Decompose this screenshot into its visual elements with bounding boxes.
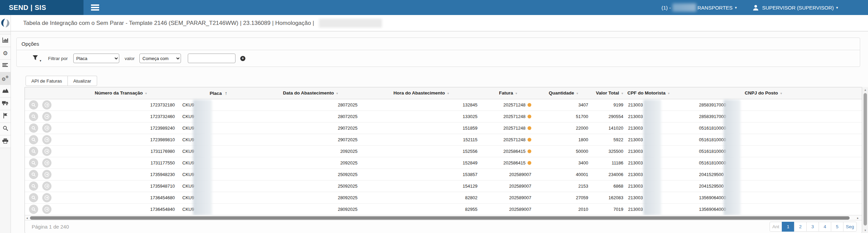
row-open-button[interactable] — [42, 147, 51, 156]
table-row[interactable]: 1731177550 CKU9 2092025 152849 202586415… — [25, 157, 862, 169]
cell-cnpj: 2041529500 — [699, 184, 724, 189]
table-row[interactable]: 1723732460 CKU9 28072025 133025 20257124… — [25, 111, 862, 122]
column-header-hora[interactable]: Hora do Abastecimento▾ — [362, 87, 481, 99]
cell-data: 2092025 — [340, 149, 357, 154]
page-title: Tabela de Integração com o Sem Parar - T… — [23, 20, 314, 27]
row-search-button[interactable] — [29, 123, 38, 133]
row-search-button[interactable] — [29, 181, 38, 191]
sidebar-item-search[interactable] — [0, 123, 11, 135]
scroll-right-icon[interactable]: ▸ — [857, 216, 859, 220]
table-row[interactable]: 1723732180 CKU9 28072025 132845 20257124… — [25, 99, 862, 111]
cell-data: 25092025 — [338, 172, 357, 177]
cell-hora: 151859 — [463, 126, 477, 131]
cell-data: 28072025 — [338, 102, 357, 107]
table-row[interactable]: 1735948230 CKU9 25092025 153857 20258900… — [25, 169, 862, 180]
horizontal-scrollbar-thumb[interactable] — [30, 216, 850, 220]
row-open-button[interactable] — [42, 135, 51, 144]
horizontal-scrollbar[interactable]: ◂ ▸ — [25, 215, 862, 220]
cell-hora: 133025 — [463, 114, 477, 119]
vertical-scrollbar-thumb[interactable] — [864, 93, 867, 225]
table-row[interactable]: 1736454680 CKU9 28092025 82802 202589007… — [25, 192, 862, 203]
row-search-button[interactable] — [29, 135, 38, 144]
add-filter-button[interactable]: + — [240, 56, 245, 61]
filter-value-input[interactable] — [188, 54, 235, 63]
fatura-status-dot — [528, 103, 531, 107]
page-button-5[interactable]: 5 — [831, 222, 843, 232]
sidebar-item-integrations[interactable]: ⚙⚙ — [0, 72, 11, 85]
scroll-left-icon[interactable]: ◂ — [26, 216, 28, 220]
sidebar-item-fleet[interactable] — [0, 98, 11, 110]
cell-data: 28072025 — [338, 114, 357, 119]
row-open-button[interactable] — [42, 123, 51, 133]
row-open-button[interactable] — [42, 205, 51, 214]
row-search-button[interactable] — [29, 147, 38, 156]
sort-caret-icon: ▾ — [336, 91, 338, 95]
cell-quantidade: 2153 — [578, 184, 588, 189]
vertical-scrollbar[interactable]: ▴ ▾ — [863, 87, 868, 233]
column-header-cnpj[interactable]: CNPJ do Posto▾ — [665, 87, 862, 99]
column-header-fatura[interactable]: Fatura▾ — [481, 87, 535, 99]
flag-icon — [3, 113, 8, 120]
cell-fatura: 202571248 — [503, 137, 526, 142]
cell-numero: 1723732180 — [150, 102, 175, 107]
cell-data: 2092025 — [340, 160, 357, 165]
column-header-numero[interactable]: Número da Transação▾ — [64, 87, 178, 99]
row-open-button[interactable] — [42, 170, 51, 179]
row-search-button[interactable] — [29, 170, 38, 179]
cell-placa: CKU9 — [182, 184, 194, 189]
filter-operator-select[interactable]: Começa com — [139, 54, 181, 63]
cell-numero: 1736454680 — [150, 195, 175, 200]
user-label: SUPERVISOR (SUPERVISOR) — [762, 5, 834, 11]
row-open-button[interactable] — [42, 112, 51, 121]
cell-cnpj: 05161810000 — [699, 126, 726, 131]
cell-valor: 7019 — [613, 207, 623, 212]
sidebar-item-charts[interactable] — [0, 34, 11, 47]
sidebar-item-settings[interactable]: ⚙ — [0, 47, 11, 60]
cell-cpf: 213003 — [628, 114, 643, 119]
user-menu[interactable]: SUPERVISOR (SUPERVISOR) ▾ — [752, 4, 838, 11]
page-button-ant[interactable]: Ant — [770, 222, 782, 232]
cell-data: 28092025 — [338, 207, 357, 212]
sidebar-item-list[interactable] — [0, 60, 11, 72]
table-row[interactable]: 1723989240 CKU9 29072025 151859 20257124… — [25, 122, 862, 134]
table-row[interactable]: 1735948710 CKU9 25092025 154129 20258900… — [25, 180, 862, 192]
row-search-button[interactable] — [29, 193, 38, 202]
table-row[interactable]: 1731176980 CKU9 2092025 152556 202586415… — [25, 145, 862, 157]
page-button-2[interactable]: 2 — [794, 222, 807, 232]
scroll-down-icon[interactable]: ▾ — [863, 229, 868, 232]
row-search-button[interactable] — [29, 100, 38, 110]
page-button-4[interactable]: 4 — [819, 222, 831, 232]
column-header-cpf[interactable]: CPF do Motorista▾ — [627, 87, 665, 99]
row-open-button[interactable] — [42, 158, 51, 168]
column-header-quantidade[interactable]: Quantidade▾ — [535, 87, 592, 99]
refresh-button[interactable]: Atualizar — [68, 76, 97, 86]
page-button-1[interactable]: 1 — [782, 222, 794, 232]
table-row[interactable]: 1723989810 CKU9 29072025 152115 20257124… — [25, 134, 862, 145]
row-search-button[interactable] — [29, 205, 38, 214]
sidebar-item-print[interactable] — [0, 135, 11, 148]
cell-cpf: 213003 — [628, 160, 643, 165]
table-row[interactable]: 1736454840 CKU9 28092025 82955 202589007… — [25, 203, 862, 215]
row-search-button[interactable] — [29, 158, 38, 168]
column-header-valor[interactable]: Valor Total▾ — [592, 87, 627, 99]
company-menu[interactable]: (1) - RANSPORTES ▾ — [661, 3, 737, 12]
column-header-data[interactable]: Data do Abastecimento▾ — [259, 87, 362, 99]
row-open-button[interactable] — [42, 193, 51, 202]
sidebar-item-flags[interactable] — [0, 110, 11, 123]
row-open-button[interactable] — [42, 181, 51, 191]
cell-fatura: 202571248 — [503, 126, 526, 131]
page-button-seg[interactable]: Seg — [843, 222, 857, 232]
filter-funnel-icon[interactable]: ▾ — [32, 55, 41, 62]
column-header-placa[interactable]: Placa↑ — [178, 87, 259, 99]
cell-placa: CKU9 — [182, 137, 194, 142]
sidebar-item-reports[interactable] — [0, 85, 11, 98]
cell-numero: 1731177550 — [151, 160, 175, 165]
scroll-up-icon[interactable]: ▴ — [863, 88, 868, 91]
hamburger-menu-icon[interactable] — [91, 3, 99, 12]
row-open-button[interactable] — [42, 100, 51, 110]
row-search-button[interactable] — [29, 112, 38, 121]
filter-field-select[interactable]: Placa — [73, 54, 119, 63]
data-grid: Número da Transação▾Placa↑Data do Abaste… — [25, 87, 862, 233]
page-button-3[interactable]: 3 — [806, 222, 819, 232]
api-faturas-button[interactable]: API de Faturas — [26, 76, 68, 86]
